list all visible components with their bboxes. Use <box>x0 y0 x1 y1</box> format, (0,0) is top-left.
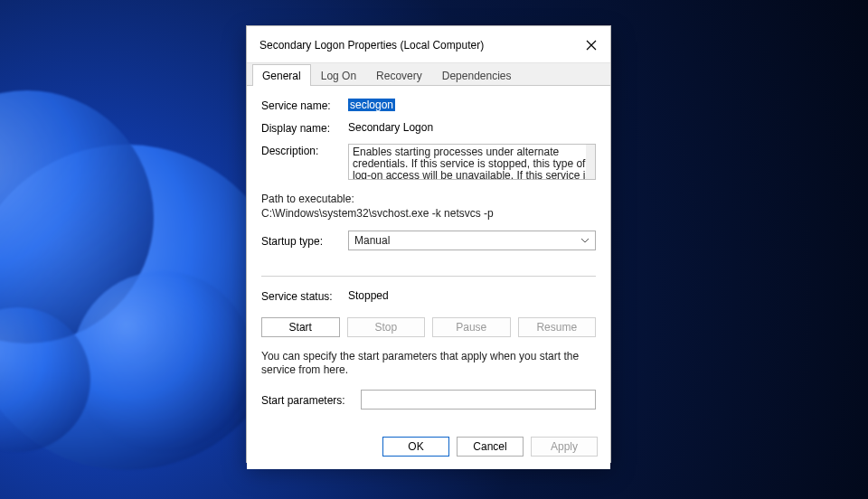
value-service-name: seclogon <box>348 99 596 111</box>
titlebar: Secondary Logon Properties (Local Comput… <box>247 26 610 62</box>
tab-logon[interactable]: Log On <box>311 64 366 86</box>
description-text: Enables starting processes under alterna… <box>353 146 590 180</box>
description-scrollbar[interactable] <box>586 145 595 179</box>
startup-type-select[interactable]: Manual <box>348 231 596 250</box>
start-parameters-hint: You can specify the start parameters tha… <box>261 350 596 377</box>
value-path: C:\Windows\system32\svchost.exe -k netsv… <box>261 207 596 220</box>
tab-recovery[interactable]: Recovery <box>366 64 432 86</box>
tab-content-general: Service name: seclogon Display name: Sec… <box>247 85 610 428</box>
ok-button[interactable]: OK <box>382 437 449 457</box>
tab-general[interactable]: General <box>252 64 311 86</box>
label-service-name: Service name: <box>261 99 348 112</box>
tab-dependencies[interactable]: Dependencies <box>432 64 522 86</box>
properties-dialog: Secondary Logon Properties (Local Comput… <box>246 25 611 463</box>
label-description: Description: <box>261 144 348 157</box>
stop-button: Stop <box>347 317 426 337</box>
description-textarea[interactable]: Enables starting processes under alterna… <box>348 144 596 180</box>
window-title: Secondary Logon Properties (Local Comput… <box>259 39 484 52</box>
apply-button: Apply <box>531 437 598 457</box>
cancel-button[interactable]: Cancel <box>457 437 524 457</box>
service-name-selected[interactable]: seclogon <box>348 99 395 111</box>
label-startup-type: Startup type: <box>261 234 348 248</box>
close-icon <box>586 40 597 51</box>
label-start-parameters: Start parameters: <box>261 393 361 407</box>
dialog-footer: OK Cancel Apply <box>247 428 610 469</box>
tab-strip: General Log On Recovery Dependencies <box>247 62 610 85</box>
close-button[interactable] <box>583 37 599 53</box>
start-parameters-input[interactable] <box>361 390 596 410</box>
start-button[interactable]: Start <box>261 317 340 337</box>
value-service-status: Stopped <box>348 289 596 302</box>
chevron-down-icon <box>580 236 590 245</box>
label-path: Path to executable: <box>261 193 596 205</box>
label-service-status: Service status: <box>261 289 348 303</box>
resume-button: Resume <box>518 317 597 337</box>
label-display-name: Display name: <box>261 121 348 135</box>
section-divider <box>261 276 596 277</box>
startup-type-value: Manual <box>354 234 390 247</box>
pause-button: Pause <box>432 317 511 337</box>
value-display-name: Secondary Logon <box>348 121 596 134</box>
